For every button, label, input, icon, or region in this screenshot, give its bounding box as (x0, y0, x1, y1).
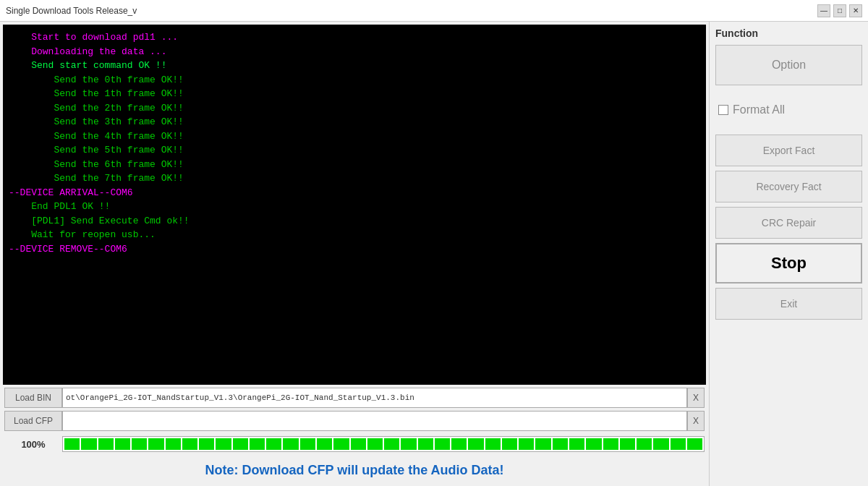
app-title: Single Download Tools Release_v (6, 6, 137, 16)
stop-button[interactable]: Stop (715, 243, 862, 284)
close-button[interactable]: ✕ (849, 4, 862, 17)
load-bin-clear[interactable]: X (687, 388, 705, 408)
load-bin-button[interactable]: Load BIN (4, 388, 62, 408)
terminal-output: Start to download pdl1 ... Downloading t… (3, 25, 706, 385)
load-cfp-clear[interactable]: X (687, 411, 705, 431)
format-all-checkbox[interactable] (718, 105, 728, 115)
function-label: Function (715, 27, 862, 39)
recovery-fact-button[interactable]: Recovery Fact (715, 171, 862, 202)
load-cfp-input[interactable] (62, 411, 687, 431)
progress-percent: 100% (4, 439, 62, 450)
load-bin-row: Load BIN X (4, 388, 705, 408)
load-bin-input[interactable] (62, 388, 687, 408)
minimize-button[interactable]: — (817, 4, 830, 17)
load-cfp-row: Load CFP X (4, 411, 705, 431)
note-bar: Note: Download CFP will update the Audio… (3, 457, 706, 483)
bottom-controls: Load BIN X Load CFP X 100% (3, 385, 706, 457)
option-button[interactable]: Option (715, 45, 862, 85)
main-content: Start to download pdl1 ... Downloading t… (0, 22, 868, 486)
window-controls: — □ ✕ (817, 4, 862, 17)
format-all-label: Format All (733, 103, 785, 116)
load-cfp-button[interactable]: Load CFP (4, 411, 62, 431)
progress-bar (62, 436, 705, 452)
progress-row: 100% (4, 434, 705, 454)
note-text: Note: Download CFP will update the Audio… (205, 463, 504, 478)
title-bar: Single Download Tools Release_v — □ ✕ (0, 0, 868, 22)
crc-repair-button[interactable]: CRC Repair (715, 207, 862, 239)
export-fact-button[interactable]: Export Fact (715, 135, 862, 166)
format-all-row: Format All (715, 90, 862, 130)
left-panel: Start to download pdl1 ... Downloading t… (0, 22, 709, 486)
right-panel: Function Option Format All Export Fact R… (709, 22, 868, 486)
exit-button[interactable]: Exit (715, 288, 862, 320)
maximize-button[interactable]: □ (833, 4, 846, 17)
